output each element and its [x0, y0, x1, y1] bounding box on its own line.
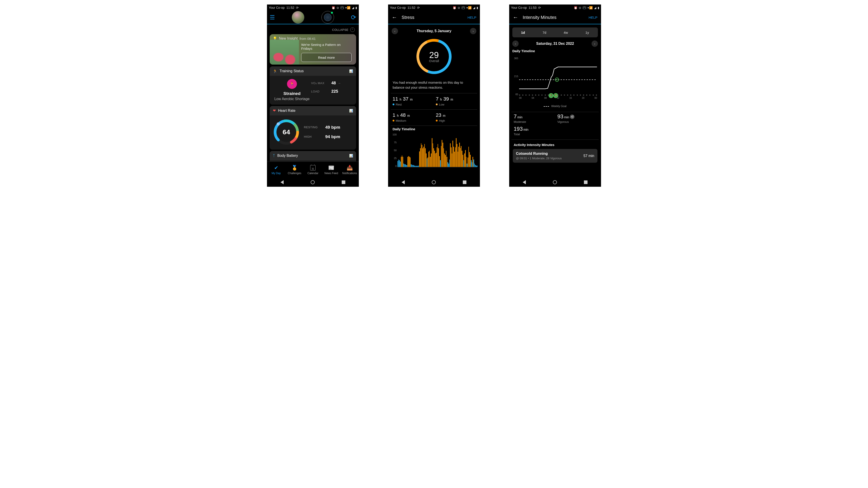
- newspaper-icon: 📰: [328, 165, 334, 171]
- training-badge-icon: 🏃: [287, 79, 297, 89]
- android-nav-bar: [267, 178, 359, 187]
- moderate-label: Moderate: [514, 120, 553, 124]
- help-link[interactable]: HELP: [468, 15, 476, 19]
- date-title: Thursday, 5 January: [417, 29, 451, 33]
- nav-back[interactable]: [280, 180, 284, 184]
- bar-chart-icon: 📊: [349, 69, 353, 73]
- nav-back[interactable]: [402, 180, 405, 184]
- body-battery-card[interactable]: ᛉ Body Battery 📊 CHARGED DRAINED: [270, 151, 356, 162]
- status-bar: Your Co-op 11:52 ⟳ ⏰⊝📳▾📶◢▮: [388, 4, 480, 11]
- calendar-icon: 31: [310, 165, 316, 171]
- arrow-right-icon: →: [338, 82, 341, 85]
- range-4w[interactable]: 4w: [555, 28, 577, 37]
- dnd-icon: ⊝: [579, 6, 581, 9]
- sync-status-icon: ⟳: [296, 6, 299, 9]
- chart-legend: Weekly Goal: [512, 102, 599, 109]
- alarm-icon: ⏰: [574, 6, 578, 9]
- android-nav-bar: [388, 178, 480, 187]
- heart-rate-card[interactable]: ❤ Heart Rate 📊: [270, 106, 356, 150]
- training-status-value: Strained: [273, 91, 311, 96]
- carrier: Your Co-op: [269, 6, 284, 9]
- legend-label: Weekly Goal: [551, 105, 566, 108]
- insight-card[interactable]: 💡 New Insight from 08:41 We're Seeing a …: [270, 34, 356, 65]
- nav-home[interactable]: [553, 180, 557, 184]
- heart-icon: ❤: [273, 108, 276, 113]
- high-label: HIGH: [304, 135, 325, 138]
- training-icon: 🏃: [273, 69, 277, 73]
- tab-label: My Day: [272, 172, 281, 175]
- activity-duration: 57 min: [584, 154, 594, 158]
- body-battery-header-label: Body Battery: [277, 154, 298, 158]
- help-link[interactable]: HELP: [589, 15, 597, 19]
- range-7d[interactable]: 7d: [534, 28, 555, 37]
- training-header-label: Training Status: [280, 69, 304, 73]
- stat-moderate: 7min Moderate: [514, 113, 553, 124]
- stress-timeline-chart: 1007550250: [391, 133, 477, 171]
- insight-from: from 08:41: [300, 37, 316, 40]
- rest-label: Rest: [396, 103, 402, 106]
- nav-back[interactable]: [523, 180, 526, 184]
- sync-button[interactable]: ⟳: [351, 14, 356, 21]
- chevron-up-icon: ⌃: [350, 28, 355, 32]
- load-value: 225: [331, 89, 338, 94]
- signal-icon: ◢: [352, 6, 354, 9]
- page-title: Intensity Minutes: [523, 15, 584, 20]
- wifi-icon: ▾📶: [588, 6, 593, 9]
- tab-label: News Feed: [324, 172, 338, 175]
- vigorous-label: Vigorous: [557, 120, 596, 124]
- tab-challenges[interactable]: 🏅 Challenges: [285, 162, 304, 178]
- nav-recent[interactable]: [342, 181, 345, 184]
- collapse-toggle[interactable]: COLLAPSE ⌃: [269, 26, 357, 33]
- high-label: High: [439, 119, 445, 122]
- nav-home[interactable]: [311, 180, 315, 184]
- training-status-card[interactable]: 🏃 Training Status 📊 🏃 Strained Low Aerob…: [270, 66, 356, 105]
- tab-calendar[interactable]: 31 Calendar: [304, 162, 322, 178]
- page-title: Stress: [402, 15, 463, 20]
- tab-label: Notifications: [342, 172, 357, 175]
- tab-news-feed[interactable]: 📰 News Feed: [322, 162, 341, 178]
- x2-badge: x2: [570, 115, 575, 119]
- range-1y[interactable]: 1y: [577, 28, 598, 37]
- screen-body: COLLAPSE ⌃ 💡 New Insight from 08:41 We'r…: [267, 24, 359, 162]
- stress-breakdown-grid: 11 h 37 m Rest 7 h 39 m Low 1 h 48 m Med…: [391, 93, 477, 126]
- menu-icon[interactable]: ☰: [270, 14, 275, 21]
- alarm-icon: ⏰: [453, 6, 456, 9]
- status-bar: Your Co-op 11:53 ⟳ ⏰⊝📳▾📶◢▮: [509, 4, 601, 11]
- activity-name: Cotswold Running: [516, 152, 562, 156]
- device-selector[interactable]: [321, 11, 334, 24]
- signal-icon: ◢: [594, 6, 596, 9]
- nav-recent[interactable]: [584, 181, 588, 184]
- activity-card[interactable]: Cotswold Running @ 09:01 • 1 Moderate, 2…: [513, 149, 597, 163]
- tab-notifications[interactable]: 📥 Notifications: [340, 162, 359, 178]
- device-connected-dot: [331, 12, 333, 14]
- next-day-button[interactable]: ›: [592, 40, 598, 47]
- back-button[interactable]: ←: [392, 14, 397, 21]
- total-label: Total: [514, 132, 553, 136]
- back-button[interactable]: ←: [513, 14, 518, 21]
- card-header: ᛉ Body Battery 📊: [270, 151, 356, 160]
- prev-day-button[interactable]: ‹: [512, 40, 519, 47]
- nav-recent[interactable]: [463, 181, 466, 184]
- read-more-button[interactable]: Read more: [301, 53, 351, 62]
- nav-home[interactable]: [432, 180, 436, 184]
- clock: 11:52: [407, 6, 415, 9]
- stat-vigorous: 93minx2 Vigorous: [557, 113, 596, 124]
- collapse-label: COLLAPSE: [332, 28, 348, 32]
- range-1d[interactable]: 1d: [512, 28, 534, 37]
- avatar[interactable]: [292, 11, 304, 24]
- low-label: Low: [439, 103, 444, 106]
- clock: 11:53: [529, 6, 536, 9]
- prev-day-button[interactable]: ‹: [392, 28, 398, 34]
- tab-my-day[interactable]: ✔ My Day: [267, 162, 285, 178]
- next-day-button[interactable]: ›: [470, 28, 476, 34]
- read-more-label: Read more: [318, 56, 335, 59]
- dashed-line-icon: [544, 106, 549, 107]
- bottom-tab-bar: ✔ My Day 🏅 Challenges 31 Calendar 📰 News…: [267, 162, 359, 178]
- card-header: 🏃 Training Status 📊: [270, 66, 356, 76]
- battery-icon: ▮: [598, 6, 599, 9]
- resting-value: 49 bpm: [325, 125, 340, 130]
- stress-rest-cell: 11 h 37 m Rest: [391, 93, 434, 109]
- stress-low-cell: 7 h 39 m Low: [434, 93, 477, 109]
- svg-point-14: [556, 79, 558, 80]
- app-header: ☰ ⟳: [267, 11, 359, 24]
